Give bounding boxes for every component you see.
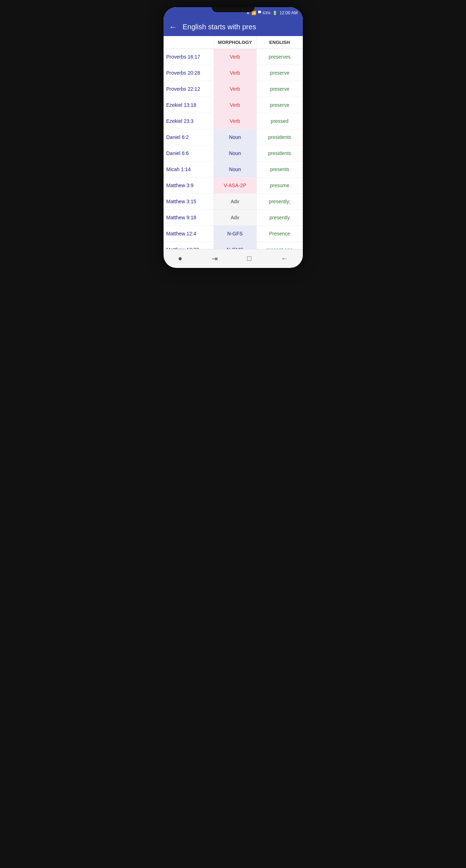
cell-morphology: Verb [214, 97, 256, 113]
cell-morphology: Noun [214, 129, 256, 145]
signal-icon: ▀ [258, 11, 261, 15]
cell-english: presents [256, 161, 303, 177]
cell-reference: Matthew 3:15 [164, 194, 214, 209]
table-row[interactable]: Matthew 3:9 V-ASA-2P presume [164, 178, 303, 194]
cell-english: presently; [256, 194, 303, 209]
cell-english: Presence [256, 226, 303, 241]
cell-morphology: Verb [214, 49, 256, 65]
column-headers: MORPHOLOGY ENGLISH [164, 36, 303, 49]
notch [212, 7, 255, 12]
cell-english: presently [256, 210, 303, 225]
cell-reference: Ezekiel 13:18 [164, 97, 214, 113]
cell-english: presume [256, 178, 303, 193]
table-row[interactable]: Daniel 6:2 Noun presidents [164, 129, 303, 145]
cell-morphology: Noun [214, 161, 256, 177]
cell-english: presidents [256, 145, 303, 161]
cell-morphology: Verb [214, 113, 256, 129]
cell-english: pressed [256, 113, 303, 129]
cell-morphology: V-ASA-2P [214, 178, 256, 193]
cell-reference: Daniel 6:2 [164, 129, 214, 145]
table-row[interactable]: Matthew 13:22 N-GMS present age [164, 242, 303, 249]
col-morphology-header: MORPHOLOGY [214, 36, 256, 49]
back-nav-icon[interactable]: ← [281, 254, 288, 263]
recents-icon[interactable]: ⇥ [212, 254, 218, 263]
back-button[interactable]: ← [169, 23, 177, 31]
table-row[interactable]: Proverbs 20:28 Verb preserve [164, 65, 303, 81]
cell-morphology: Adv [214, 194, 256, 209]
battery-label: 63% [263, 11, 271, 15]
col-ref-header [164, 36, 214, 49]
cell-reference: Matthew 9:18 [164, 210, 214, 225]
cell-morphology: N-GFS [214, 226, 256, 241]
cell-reference: Daniel 6:6 [164, 145, 214, 161]
navigation-bar: ● ⇥ □ ← [164, 249, 303, 268]
table-row[interactable]: Daniel 6:6 Noun presidents [164, 145, 303, 161]
battery-icon: 🔋 [272, 11, 277, 15]
home-dot-icon[interactable]: ● [178, 254, 182, 263]
status-bar: ∗ 📶 ▀ 63% 🔋 12:00 AM [164, 7, 303, 19]
top-app-bar: ← English starts with pres [164, 19, 303, 36]
col-english-header: ENGLISH [256, 36, 303, 49]
phone-frame: ∗ 📶 ▀ 63% 🔋 12:00 AM ← English starts wi… [164, 7, 303, 268]
cell-reference: Matthew 13:22 [164, 242, 214, 249]
cell-english: presidents [256, 129, 303, 145]
cell-morphology: Adv [214, 210, 256, 225]
cell-reference: Proverbs 22:12 [164, 81, 214, 97]
cell-english: preserve [256, 81, 303, 97]
cell-reference: Ezekiel 23:3 [164, 113, 214, 129]
table-row[interactable]: Proverbs 16:17 Verb preserves [164, 49, 303, 65]
page-title: English starts with pres [183, 23, 256, 31]
table-row[interactable]: Matthew 9:18 Adv presently [164, 210, 303, 226]
status-time: 12:00 AM [280, 10, 298, 15]
cell-english: preserve [256, 65, 303, 81]
table-row[interactable]: Ezekiel 13:18 Verb preserve [164, 97, 303, 113]
cell-english: preserve [256, 97, 303, 113]
cell-reference: Proverbs 20:28 [164, 65, 214, 81]
cell-reference: Micah 1:14 [164, 161, 214, 177]
table-row[interactable]: Matthew 12:4 N-GFS Presence [164, 226, 303, 242]
cell-morphology: Verb [214, 65, 256, 81]
cell-english: preserves [256, 49, 303, 65]
table-row[interactable]: Proverbs 22:12 Verb preserve [164, 81, 303, 97]
results-table: Proverbs 16:17 Verb preserves Proverbs 2… [164, 49, 303, 249]
home-square-icon[interactable]: □ [247, 254, 251, 263]
table-row[interactable]: Ezekiel 23:3 Verb pressed [164, 113, 303, 129]
cell-morphology: Verb [214, 81, 256, 97]
cell-reference: Proverbs 16:17 [164, 49, 214, 65]
cell-morphology: Noun [214, 145, 256, 161]
cell-english: present age [256, 242, 303, 249]
cell-reference: Matthew 3:9 [164, 178, 214, 193]
cell-morphology: N-GMS [214, 242, 256, 249]
table-row[interactable]: Micah 1:14 Noun presents [164, 161, 303, 178]
cell-reference: Matthew 12:4 [164, 226, 214, 241]
table-row[interactable]: Matthew 3:15 Adv presently; [164, 194, 303, 210]
